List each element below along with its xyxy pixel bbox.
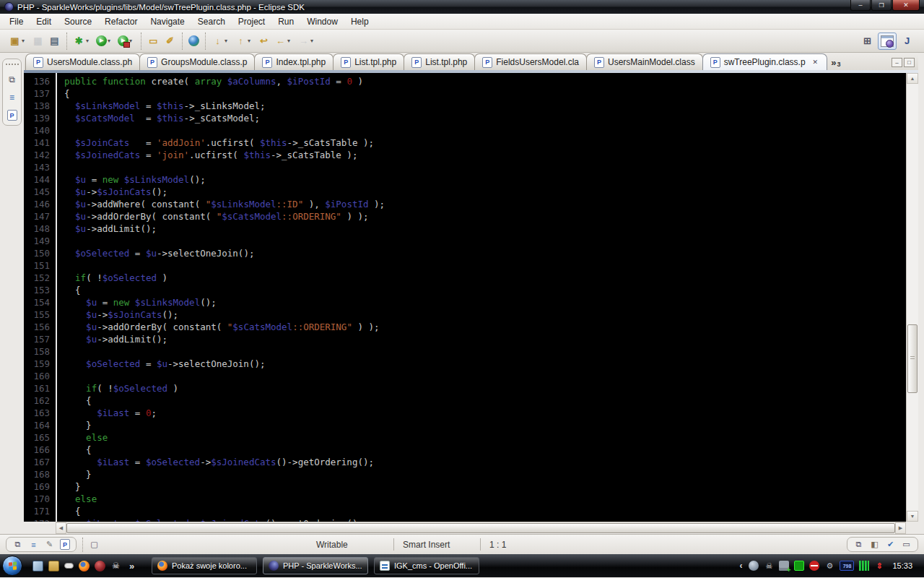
cpu-speed-badge[interactable]: 798 bbox=[840, 561, 854, 571]
tab-groupsmodule-class-p[interactable]: PGroupsModule.class.p bbox=[139, 53, 255, 70]
new-wizard-button[interactable]: ▣▾ bbox=[7, 33, 29, 48]
volume-arrows-tray-icon[interactable]: ⇕ bbox=[874, 561, 884, 571]
tab-list-tpl-php[interactable]: PList.tpl.php bbox=[333, 53, 404, 70]
trim-drag-handle[interactable] bbox=[6, 64, 19, 69]
menu-source[interactable]: Source bbox=[58, 15, 98, 28]
show-desktop-icon[interactable] bbox=[32, 561, 43, 571]
tray-collapse-chevron[interactable]: ‹ bbox=[738, 561, 744, 571]
server-add-tray-icon[interactable] bbox=[779, 561, 789, 571]
wolf-tray-icon[interactable] bbox=[749, 561, 759, 571]
run-button[interactable]: ▾ bbox=[95, 34, 115, 48]
debug-icon: ✱ bbox=[73, 35, 85, 47]
java-perspective-button[interactable]: J bbox=[899, 33, 915, 49]
maximize-button[interactable] bbox=[871, 0, 892, 11]
menu-project[interactable]: Project bbox=[232, 15, 271, 28]
vertical-scrollbar[interactable]: ▲ ▼ bbox=[906, 73, 918, 522]
tab-fieldsusersmodel-cla[interactable]: PFieldsUsersModel.cla bbox=[474, 53, 587, 70]
trim-outline-icon[interactable]: ≡ bbox=[6, 92, 18, 103]
debug-button[interactable]: ✱▾ bbox=[71, 33, 93, 48]
back-dropdown-arrow[interactable]: ▾ bbox=[287, 38, 293, 44]
scroll-down-arrow[interactable]: ▼ bbox=[907, 511, 918, 522]
taskbar-button-openoffice[interactable]: IGK_cms - OpenOffi... bbox=[374, 557, 479, 574]
run-dropdown-arrow[interactable]: ▾ bbox=[108, 38, 113, 44]
editor-minimize-icon[interactable]: – bbox=[892, 58, 902, 67]
equalizer-tray-icon[interactable] bbox=[859, 561, 869, 571]
external-tools-dropdown-arrow[interactable]: ▾ bbox=[129, 38, 135, 44]
tab-swtreeplugin-class-p[interactable]: PswTreePlugin.class.p✕ bbox=[702, 53, 827, 70]
previous-annotation-dropdown-arrow[interactable]: ▾ bbox=[248, 38, 253, 44]
menu-file[interactable]: File bbox=[3, 15, 30, 28]
taskbar-button-firefox[interactable]: Pokaż swoje koloro... bbox=[152, 557, 257, 574]
trim-console-icon[interactable]: ▭ bbox=[901, 539, 912, 550]
tab-close-icon[interactable]: ✕ bbox=[811, 59, 820, 66]
fast-view-new-icon[interactable]: ▢ bbox=[89, 539, 100, 550]
code-line: 160 bbox=[24, 370, 906, 382]
vertical-scroll-thumb[interactable] bbox=[907, 324, 918, 393]
trim-editor-icon[interactable]: ✎ bbox=[44, 539, 55, 550]
close-button[interactable] bbox=[892, 0, 920, 11]
trim-php-explorer-icon[interactable]: P bbox=[7, 110, 17, 121]
menu-window[interactable]: Window bbox=[300, 15, 344, 28]
minimize-button[interactable] bbox=[850, 0, 871, 11]
forward-icon: → bbox=[297, 35, 310, 47]
menu-refactor[interactable]: Refactor bbox=[98, 15, 144, 28]
previous-annotation-button[interactable]: ↑▾ bbox=[233, 33, 255, 48]
no-entry-tray-icon[interactable] bbox=[809, 561, 819, 571]
scroll-up-arrow[interactable]: ▲ bbox=[907, 73, 918, 84]
external-tools-button[interactable]: ▾ bbox=[116, 34, 136, 48]
menu-search[interactable]: Search bbox=[191, 15, 232, 28]
code-editor[interactable]: 136public function create( array $aColum… bbox=[24, 73, 906, 522]
firefox-icon[interactable] bbox=[79, 561, 90, 571]
tab-usersmainmodel-class[interactable]: PUsersMainModel.class bbox=[586, 53, 703, 70]
print-button[interactable]: ▤ bbox=[47, 33, 62, 48]
tab-index-tpl-php[interactable]: PIndex.tpl.php bbox=[254, 53, 334, 70]
menu-help[interactable]: Help bbox=[344, 15, 375, 28]
last-edit-location-button[interactable]: ↩ bbox=[256, 33, 271, 48]
menubar: FileEditSourceRefactorNavigateSearchProj… bbox=[0, 14, 924, 30]
device-icon[interactable] bbox=[64, 563, 74, 569]
display-tray-icon[interactable] bbox=[794, 561, 804, 571]
skull-tray-icon[interactable]: ☠ bbox=[764, 561, 774, 571]
skull-icon[interactable]: ☠ bbox=[110, 561, 121, 571]
user-folder-icon[interactable] bbox=[48, 561, 59, 571]
editor-maximize-icon[interactable]: □ bbox=[904, 58, 915, 67]
line-number: 172 bbox=[24, 517, 54, 522]
line-number: 155 bbox=[24, 309, 54, 321]
web-browser-button[interactable] bbox=[187, 34, 201, 48]
trim-restore-icon[interactable]: ⧉ bbox=[6, 74, 18, 85]
tab-overflow-chevron[interactable]: »3 bbox=[831, 57, 840, 68]
trim-tasks-icon[interactable]: ✔ bbox=[885, 539, 896, 550]
torch-button[interactable]: ✐ bbox=[162, 33, 178, 48]
debug-dropdown-arrow[interactable]: ▾ bbox=[86, 38, 92, 44]
trim-user-icon[interactable]: ◧ bbox=[869, 539, 880, 550]
media-red-icon[interactable] bbox=[95, 561, 105, 571]
gear-tray-icon[interactable]: ⚙ bbox=[824, 561, 834, 571]
overflow-chevron-icon[interactable]: » bbox=[126, 561, 137, 571]
horizontal-scroll-thumb[interactable] bbox=[66, 523, 895, 533]
tab-list-tpl-php[interactable]: PList.tpl.php bbox=[404, 53, 475, 70]
back-button[interactable]: ←▾ bbox=[273, 33, 295, 48]
next-annotation-dropdown-arrow[interactable]: ▾ bbox=[225, 38, 230, 44]
taskbar-button-eclipse[interactable]: PHP - SparkleWorks... bbox=[263, 557, 368, 574]
scroll-left-arrow[interactable]: ◀ bbox=[56, 522, 66, 534]
horizontal-scrollbar[interactable]: ◀ ▶ bbox=[56, 522, 906, 534]
next-annotation-button[interactable]: ↓▾ bbox=[210, 33, 232, 48]
menu-edit[interactable]: Edit bbox=[30, 15, 58, 28]
start-button[interactable] bbox=[2, 556, 22, 576]
tab-usersmodule-class-ph[interactable]: PUsersModule.class.ph bbox=[25, 53, 140, 70]
toolbar-group: ✱▾▾▾ bbox=[66, 33, 141, 50]
line-number: 150 bbox=[24, 247, 54, 259]
php-perspective-button[interactable] bbox=[878, 33, 897, 50]
trim-restore-icon[interactable]: ⧉ bbox=[853, 539, 864, 550]
trim-php-explorer-icon[interactable]: P bbox=[60, 539, 70, 550]
new-wizard-dropdown-arrow[interactable]: ▾ bbox=[22, 38, 27, 44]
menu-navigate[interactable]: Navigate bbox=[144, 15, 191, 28]
forward-dropdown-arrow[interactable]: ▾ bbox=[310, 38, 316, 44]
menu-run[interactable]: Run bbox=[271, 15, 300, 28]
open-perspective-button[interactable]: ⊞ bbox=[859, 33, 876, 49]
trim-restore-icon[interactable]: ⧉ bbox=[12, 539, 23, 550]
scroll-right-arrow[interactable]: ▶ bbox=[895, 522, 906, 534]
line-number: 138 bbox=[24, 100, 54, 112]
trim-outline-icon[interactable]: ≡ bbox=[28, 539, 39, 550]
open-resource-button[interactable]: ▭ bbox=[146, 33, 161, 48]
